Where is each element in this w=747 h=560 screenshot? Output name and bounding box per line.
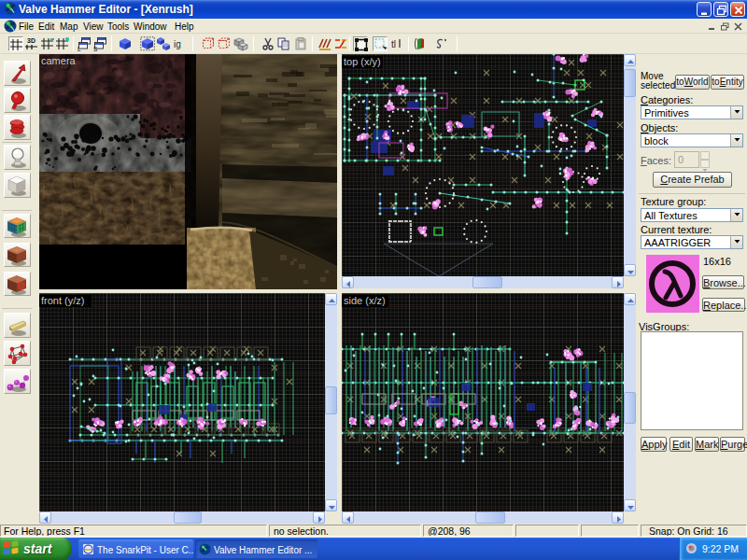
svg-text:ig: ig [174,39,181,49]
svg-text:S: S [93,46,98,52]
svg-text:camera: camera [41,55,77,66]
svg-text:L: L [78,46,81,52]
svg-text:side (x/z): side (x/z) [344,295,386,306]
svg-text:3D: 3D [27,37,35,44]
svg-text:tl: tl [391,39,396,49]
svg-text:front (y/z): front (y/z) [41,295,84,306]
svg-text:top (x/y): top (x/y) [344,56,381,67]
